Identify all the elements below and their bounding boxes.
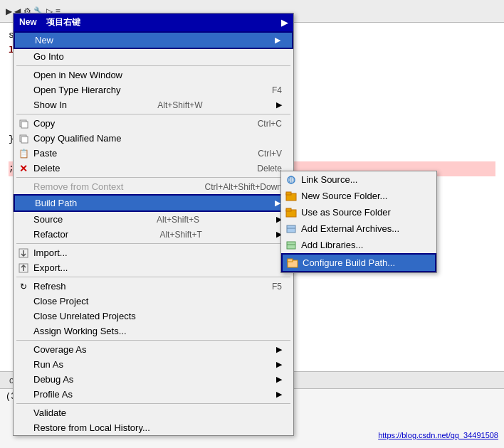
submenu-item-use-source-folder[interactable]: Use as Source Folder xyxy=(281,204,436,220)
paste-shortcut: Ctrl+V xyxy=(241,149,282,159)
submenu-item-configure-build-path[interactable]: Configure Build Path... xyxy=(281,253,436,272)
paste-icon: 📋 xyxy=(16,146,31,161)
separator-6 xyxy=(16,340,290,341)
menu-item-copy[interactable]: Copy Ctrl+C xyxy=(14,116,293,131)
remove-context-shortcut: Ctrl+Alt+Shift+Down xyxy=(188,182,282,192)
watermark-link: https://blog.csdn.net/qq_34491508 xyxy=(378,431,498,439)
add-libraries-icon xyxy=(284,238,298,252)
close-unrelated-label: Close Unrelated Projects xyxy=(33,311,136,321)
paste-label: Paste xyxy=(33,148,57,159)
delete-label: Delete xyxy=(33,163,61,174)
open-type-hierarchy-shortcut: F4 xyxy=(255,85,282,95)
open-type-hierarchy-label: Open Type Hierarchy xyxy=(33,85,121,95)
menu-header-arrow: ▶ xyxy=(281,18,288,28)
profile-as-arrow: ▶ xyxy=(276,390,282,399)
menu-item-profile-as[interactable]: Profile As ▶ xyxy=(14,387,293,402)
restore-local-history-label: Restore from Local History... xyxy=(33,422,150,433)
use-source-folder-icon xyxy=(284,206,298,220)
separator-3 xyxy=(16,177,290,178)
add-libraries-label: Add Libraries... xyxy=(301,240,363,250)
menu-item-close-project[interactable]: Close Project xyxy=(14,294,293,309)
show-in-label: Show In xyxy=(33,100,67,110)
refactor-shortcut: Alt+Shift+T xyxy=(142,230,201,240)
refresh-shortcut: F5 xyxy=(255,282,282,292)
submenu-item-add-libraries[interactable]: Add Libraries... xyxy=(281,237,436,253)
menu-item-open-type-hierarchy[interactable]: Open Type Hierarchy F4 xyxy=(14,82,293,97)
menu-item-refactor[interactable]: Refactor Alt+Shift+T ▶ xyxy=(14,227,293,242)
export-label: Export... xyxy=(33,262,68,273)
menu-item-paste[interactable]: 📋 Paste Ctrl+V xyxy=(14,146,293,161)
menu-item-refresh[interactable]: ↻ Refresh F5 xyxy=(14,279,293,294)
menu-item-validate[interactable]: Validate xyxy=(14,405,293,420)
copy-qualified-label: Copy Qualified Name xyxy=(33,133,122,144)
svg-rect-20 xyxy=(288,259,293,262)
menu-item-restore-local-history[interactable]: Restore from Local History... xyxy=(14,420,293,435)
submenu-item-link-source[interactable]: Link Source... xyxy=(281,171,436,188)
link-source-label: Link Source... xyxy=(301,174,358,185)
add-external-archives-label: Add External Archives... xyxy=(301,223,399,234)
copy-shortcut: Ctrl+C xyxy=(241,119,282,129)
import-label: Import... xyxy=(33,247,68,258)
menu-item-coverage-as[interactable]: Coverage As ▶ xyxy=(14,342,293,357)
validate-label: Validate xyxy=(33,407,66,418)
svg-rect-14 xyxy=(286,208,291,211)
submenu-item-new-source-folder[interactable]: New Source Folder... xyxy=(281,188,436,204)
menu-item-import[interactable]: Import... xyxy=(14,245,293,260)
separator-2 xyxy=(16,114,290,114)
configure-build-path-label: Configure Build Path... xyxy=(303,257,395,268)
svg-rect-17 xyxy=(287,242,295,249)
copy-icon xyxy=(16,117,31,131)
delete-shortcut: Delete xyxy=(240,164,282,174)
run-as-arrow: ▶ xyxy=(276,360,282,369)
debug-as-label: Debug As xyxy=(33,374,73,385)
menu-item-go-into-label: Go Into xyxy=(33,51,64,62)
use-source-folder-label: Use as Source Folder xyxy=(301,207,391,218)
copy-label: Copy xyxy=(33,118,55,129)
separator-5 xyxy=(16,277,290,277)
submenu-item-add-external-archives[interactable]: Add External Archives... xyxy=(281,220,436,237)
add-external-archives-icon xyxy=(284,222,298,236)
build-path-submenu: Link Source... New Source Folder... Use … xyxy=(280,171,437,273)
menu-item-remove-context: Remove from Context Ctrl+Alt+Shift+Down xyxy=(14,179,293,194)
source-label: Source xyxy=(33,214,63,225)
new-source-folder-icon xyxy=(284,189,298,203)
menu-item-close-unrelated[interactable]: Close Unrelated Projects xyxy=(14,309,293,324)
coverage-as-arrow: ▶ xyxy=(276,345,282,354)
menu-item-copy-qualified[interactable]: Copy Qualified Name xyxy=(14,131,293,146)
menu-item-export[interactable]: Export... xyxy=(14,260,293,275)
menu-item-source[interactable]: Source Alt+Shift+S ▶ xyxy=(14,212,293,227)
menu-item-build-path[interactable]: Build Path ▶ xyxy=(14,194,293,212)
assign-working-sets-label: Assign Working Sets... xyxy=(33,326,127,336)
link-source-icon xyxy=(284,173,298,187)
separator-1 xyxy=(16,65,290,66)
new-arrow-icon: ▶ xyxy=(275,36,280,45)
menu-item-show-in[interactable]: Show In Alt+Shift+W ▶ xyxy=(14,97,293,112)
menu-item-delete[interactable]: ✕ Delete Delete xyxy=(14,161,293,176)
menu-item-assign-working-sets[interactable]: Assign Working Sets... xyxy=(14,324,293,338)
menu-item-go-into[interactable]: Go Into xyxy=(14,49,293,64)
source-shortcut: Alt+Shift+S xyxy=(140,215,199,225)
svg-rect-1 xyxy=(21,122,28,128)
close-project-label: Close Project xyxy=(33,296,88,306)
menu-item-debug-as[interactable]: Debug As ▶ xyxy=(14,372,293,387)
remove-context-label: Remove from Context xyxy=(33,181,123,192)
separator-4 xyxy=(16,243,290,244)
copy-qualified-icon xyxy=(16,132,31,146)
refresh-label: Refresh xyxy=(33,281,66,292)
context-menu: New 项目右键 ▶ New ▶ Go Into Open in New Win… xyxy=(13,13,294,436)
menu-item-new[interactable]: New ▶ xyxy=(14,31,293,49)
build-path-label: Build Path xyxy=(35,198,77,208)
profile-as-label: Profile As xyxy=(33,389,73,400)
show-in-arrow: ▶ xyxy=(276,100,282,110)
debug-as-arrow: ▶ xyxy=(276,375,282,384)
menu-item-run-as[interactable]: Run As ▶ xyxy=(14,357,293,372)
menu-item-open-new-window[interactable]: Open in New Window xyxy=(14,68,293,82)
run-as-label: Run As xyxy=(33,359,63,370)
open-new-window-label: Open in New Window xyxy=(33,70,122,80)
import-icon xyxy=(16,246,31,260)
menu-header-text: New 项目右键 xyxy=(19,16,80,28)
menu-item-new-label: New xyxy=(35,35,53,46)
watermark-text: https://blog.csdn.net/qq_34491508 xyxy=(378,431,498,439)
menu-header: New 项目右键 ▶ xyxy=(14,14,293,31)
refactor-label: Refactor xyxy=(33,229,68,240)
